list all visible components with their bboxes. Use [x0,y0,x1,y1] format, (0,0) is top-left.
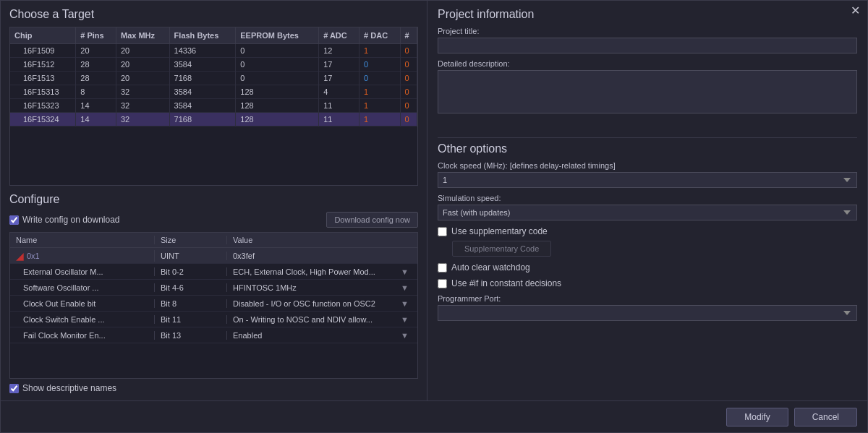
chip-table: Chip # Pins Max MHz Flash Bytes EEPROM B… [10,27,417,127]
chip-pins: 14 [76,99,116,113]
use-hashif-checkbox[interactable] [438,279,447,288]
config-col-size: Size [155,236,227,244]
dropdown-arrow-icon[interactable]: ▼ [401,331,412,340]
configure-section: Configure Write config on download Downl… [9,193,418,393]
supplementary-code-button[interactable]: Supplementary Code [452,241,551,257]
config-col-value-cell: HFINTOSC 1MHz▼ [227,283,417,292]
chip-name: 16F1512 [10,58,76,72]
programmer-port-label: Programmer Port: [438,294,857,303]
show-names-row: Show descriptive names [9,383,418,393]
chip-dac: 1 [359,85,400,99]
table-row[interactable]: 16F15324 14 32 7168 128 11 1 0 [10,113,417,127]
config-row[interactable]: Software Oscillator ... Bit 4-6 HFINTOSC… [10,280,417,296]
dialog: ✕ Choose a Target Chip # Pins Max MHz Fl… [0,0,868,433]
cancel-button[interactable]: Cancel [794,408,857,426]
chip-dac: 0 [359,72,400,85]
supplementary-row: Use supplementary code Supplementary Cod… [438,226,857,257]
write-config-label[interactable]: Write config on download [9,215,120,225]
config-row[interactable]: Fail Clock Monitor En... Bit 13 Enabled▼ [10,327,417,343]
description-textarea[interactable] [438,70,857,113]
chip-adc: 12 [319,44,359,58]
use-hashif-label[interactable]: Use #if in constant decisions [438,278,857,288]
section-divider [438,137,857,138]
left-panel: Choose a Target Chip # Pins Max MHz Flas… [1,1,427,400]
chip-eeprom: 128 [236,99,319,113]
chip-eeprom: 0 [236,44,319,58]
chip-extra: 0 [400,58,417,72]
chip-dac: 0 [359,58,400,72]
col-eeprom: EEPROM Bytes [236,27,319,44]
close-button[interactable]: ✕ [851,5,860,17]
dropdown-arrow-icon[interactable]: ▼ [401,283,412,292]
dropdown-arrow-icon[interactable]: ▼ [401,267,412,276]
col-mhz: Max MHz [116,27,169,44]
chip-dac: 1 [359,99,400,113]
use-supplementary-checkbox[interactable] [438,227,447,236]
programmer-port-row: Programmer Port: [438,294,857,321]
chip-adc: 11 [319,113,359,127]
simulation-speed-select[interactable]: Fast (with updates) Normal Slow [438,205,857,220]
config-col-value-cell: 0x3fef [227,252,417,260]
project-title-row: Project title: [438,27,857,53]
table-row[interactable]: 16F15323 14 32 3584 128 11 1 0 [10,99,417,113]
show-names-label[interactable]: Show descriptive names [9,383,418,393]
project-info-title: Project information [438,8,857,21]
configure-header: Write config on download Download config… [9,212,418,228]
chip-adc: 11 [319,99,359,113]
auto-clear-row: Auto clear watchdog [438,262,857,273]
auto-clear-watchdog-label[interactable]: Auto clear watchdog [438,262,857,273]
config-col-value-cell: On - Writing to NOSC and NDIV allow...▼ [227,315,417,324]
other-options-title: Other options [438,142,857,155]
chip-table-container[interactable]: Chip # Pins Max MHz Flash Bytes EEPROM B… [9,27,418,186]
config-value-text: On - Writing to NOSC and NDIV allow... [233,315,401,324]
table-row[interactable]: 16F15313 8 32 3584 128 4 1 0 [10,85,417,99]
config-col-size-cell: Bit 8 [155,299,227,308]
col-pins: # Pins [76,27,116,44]
config-col-value-cell: ECH, External Clock, High Power Mod...▼ [227,267,417,276]
config-col-name-cell: Clock Switch Enable ... [10,315,155,324]
config-row[interactable]: Clock Switch Enable ... Bit 11 On - Writ… [10,312,417,327]
dropdown-arrow-icon[interactable]: ▼ [401,299,412,308]
clock-speed-select[interactable]: 1 4 8 16 32 64 [438,172,857,188]
config-col-name: Name [10,236,155,244]
write-config-checkbox[interactable] [9,215,19,225]
show-names-checkbox[interactable] [9,384,19,393]
bottom-bar: Modify Cancel [1,400,867,432]
config-name-text: Clock Out Enable bit [16,299,95,308]
col-chip: Chip [10,27,76,44]
table-row[interactable]: 16F1512 28 20 3584 0 17 0 0 [10,58,417,72]
auto-clear-watchdog-checkbox[interactable] [438,263,447,273]
chip-flash: 14336 [169,44,236,58]
download-config-button[interactable]: Download config now [326,212,418,228]
config-row[interactable]: ◢0x1 UINT 0x3fef [10,248,417,264]
chip-name: 16F15324 [10,113,76,127]
chip-extra: 0 [400,44,417,58]
config-name-text: 0x1 [27,252,40,260]
col-extra: # [400,27,417,44]
table-row[interactable]: 16F1513 28 20 7168 0 17 0 0 [10,72,417,85]
chip-flash: 3584 [169,58,236,72]
config-row[interactable]: External Oscillator M... Bit 0-2 ECH, Ex… [10,264,417,280]
chip-flash: 3584 [169,99,236,113]
chip-eeprom: 0 [236,58,319,72]
config-row[interactable]: Clock Out Enable bit Bit 8 Disabled - I/… [10,296,417,312]
chip-extra: 0 [400,99,417,113]
config-table-container[interactable]: Name Size Value ◢0x1 UINT 0x3fef Externa… [9,232,418,379]
config-rows: ◢0x1 UINT 0x3fef External Oscillator M..… [10,248,417,343]
use-supplementary-label[interactable]: Use supplementary code [438,226,857,236]
project-title-input[interactable] [438,38,857,53]
chip-eeprom: 128 [236,85,319,99]
chip-extra: 0 [400,113,417,127]
dropdown-arrow-icon[interactable]: ▼ [401,315,412,324]
simulation-speed-label: Simulation speed: [438,194,857,202]
chip-flash: 7168 [169,113,236,127]
right-panel: Project information Project title: Detai… [427,1,867,400]
config-col-size-cell: UINT [155,252,227,260]
table-row[interactable]: 16F1509 20 20 14336 0 12 1 0 [10,44,417,58]
modify-button[interactable]: Modify [726,408,788,426]
chip-mhz: 20 [116,72,169,85]
programmer-port-select[interactable] [438,305,857,321]
config-value-text: Enabled [233,331,401,340]
config-name-text: Fail Clock Monitor En... [16,331,106,340]
chip-mhz: 32 [116,85,169,99]
